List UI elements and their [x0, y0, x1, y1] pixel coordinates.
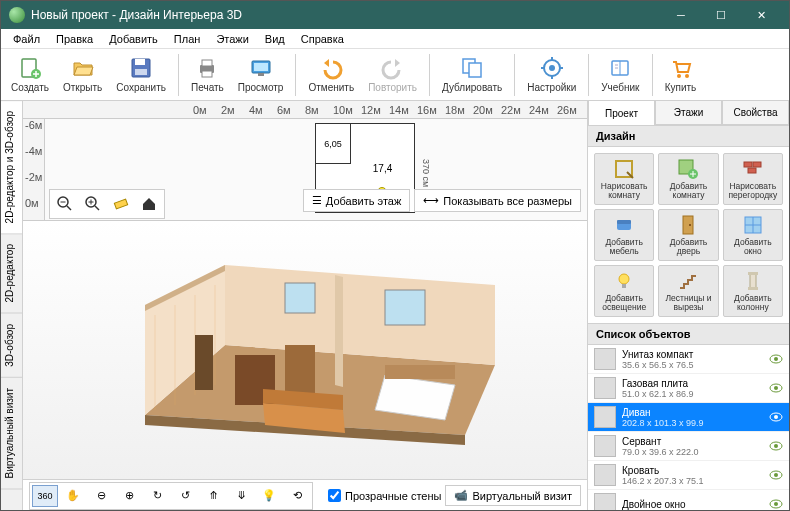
- design-add-light-button[interactable]: Добавитьосвещение: [594, 265, 654, 317]
- svg-rect-3: [135, 59, 145, 65]
- svg-rect-32: [114, 199, 127, 209]
- toolbar-tutorial-button[interactable]: Учебник: [595, 51, 645, 99]
- room-1[interactable]: 6,05: [316, 124, 351, 164]
- design-add-column-button[interactable]: Добавитьколонну: [723, 265, 783, 317]
- toolbar-undo-button[interactable]: Отменить: [302, 51, 360, 99]
- object-list[interactable]: Унитаз компакт35.6 x 56.5 x 76.5Газовая …: [588, 345, 789, 511]
- zoom-in-button[interactable]: [80, 192, 106, 216]
- visibility-icon[interactable]: [769, 410, 783, 424]
- canvas-3d[interactable]: [23, 221, 587, 479]
- show-dimensions-button[interactable]: ⟷ Показывать все размеры: [414, 189, 581, 212]
- toolbar-print-button[interactable]: Печать: [185, 51, 230, 99]
- visibility-icon[interactable]: [769, 497, 783, 511]
- virtual-visit-button[interactable]: 📹 Виртуальный визит: [445, 485, 581, 506]
- right-tab-Проект[interactable]: Проект: [588, 101, 655, 125]
- design-draw-room-button[interactable]: Нарисоватькомнату: [594, 153, 654, 205]
- toolbar: СоздатьОткрытьСохранитьПечатьПросмотрОтм…: [1, 49, 789, 101]
- toolbar-preview-button[interactable]: Просмотр: [232, 51, 290, 99]
- menu-Добавить[interactable]: Добавить: [101, 31, 166, 47]
- svg-point-75: [774, 415, 778, 419]
- home-button[interactable]: [136, 192, 162, 216]
- toolbar-redo-button: Повторить: [362, 51, 423, 99]
- visibility-icon[interactable]: [769, 381, 783, 395]
- toolbar-settings-button[interactable]: Настройки: [521, 51, 582, 99]
- toolbar-save-button[interactable]: Сохранить: [110, 51, 172, 99]
- menu-Вид[interactable]: Вид: [257, 31, 293, 47]
- svg-marker-38: [335, 275, 343, 387]
- toolbar-label: Открыть: [63, 82, 102, 93]
- toolbar-label: Просмотр: [238, 82, 284, 93]
- preview-icon: [249, 56, 273, 80]
- left-tab-3d[interactable]: 3D-обзор: [1, 314, 22, 378]
- svg-point-81: [774, 502, 778, 506]
- object-item[interactable]: Газовая плита51.0 x 62.1 x 86.9: [588, 374, 789, 403]
- ruler-vertical: -6м-4м-2м0м: [23, 119, 45, 220]
- rotate-button[interactable]: ↻: [144, 485, 170, 507]
- object-name: Диван: [622, 407, 763, 418]
- left-tab-2d3d[interactable]: 2D-редактор и 3D-обзор: [1, 101, 22, 234]
- design-add-window-button[interactable]: Добавитьокно: [723, 209, 783, 261]
- svg-point-23: [677, 74, 681, 78]
- close-button[interactable]: ✕: [741, 1, 781, 29]
- svg-rect-66: [622, 284, 626, 288]
- orbit-360-button[interactable]: 360: [32, 485, 58, 507]
- object-dimensions: 35.6 x 56.5 x 76.5: [622, 360, 763, 370]
- zoom-in-3d-button[interactable]: ⊕: [116, 485, 142, 507]
- svg-rect-49: [385, 290, 425, 325]
- zoom-out-button[interactable]: [52, 192, 78, 216]
- object-item[interactable]: Сервант79.0 x 39.6 x 222.0: [588, 432, 789, 461]
- zoom-out-3d-button[interactable]: ⊖: [88, 485, 114, 507]
- design-stairs-button[interactable]: Лестницы ивырезы: [658, 265, 718, 317]
- toolbar-buy-button[interactable]: Купить: [659, 51, 703, 99]
- tilt-down-button[interactable]: ⤋: [228, 485, 254, 507]
- canvas-area: 0м2м4м6м8м10м12м14м16м18м20м22м24м26м -6…: [23, 101, 587, 511]
- menu-Файл[interactable]: Файл: [5, 31, 48, 47]
- object-dimensions: 146.2 x 207.3 x 75.1: [622, 476, 763, 486]
- left-tab-2d[interactable]: 2D-редактор: [1, 234, 22, 314]
- transparent-walls-checkbox[interactable]: Прозрачные стены: [328, 489, 441, 502]
- right-tab-Свойства[interactable]: Свойства: [722, 101, 789, 125]
- dimension-label: 370 см: [421, 159, 431, 187]
- menu-Справка[interactable]: Справка: [293, 31, 352, 47]
- menu-План[interactable]: План: [166, 31, 209, 47]
- object-dimensions: 202.8 x 101.3 x 99.9: [622, 418, 763, 428]
- svg-rect-9: [254, 63, 268, 71]
- object-item[interactable]: Кровать146.2 x 207.3 x 75.1: [588, 461, 789, 490]
- svg-rect-56: [753, 162, 761, 167]
- maximize-button[interactable]: ☐: [701, 1, 741, 29]
- left-tab-virtual[interactable]: Виртуальный визит: [1, 378, 22, 490]
- visibility-icon[interactable]: [769, 439, 783, 453]
- object-item[interactable]: Диван202.8 x 101.3 x 99.9: [588, 403, 789, 432]
- toolbar-create-button[interactable]: Создать: [5, 51, 55, 99]
- visibility-icon[interactable]: [769, 468, 783, 482]
- ruler-button[interactable]: [108, 192, 134, 216]
- reset-view-button[interactable]: ⟲: [284, 485, 310, 507]
- tilt-up-button[interactable]: ⤊: [200, 485, 226, 507]
- transparent-walls-label: Прозрачные стены: [345, 490, 441, 502]
- minimize-button[interactable]: ─: [661, 1, 701, 29]
- toolbar-duplicate-button[interactable]: Дублировать: [436, 51, 508, 99]
- design-add-room-button[interactable]: Добавитькомнату: [658, 153, 718, 205]
- menu-Этажи[interactable]: Этажи: [208, 31, 256, 47]
- pan-button[interactable]: ✋: [60, 485, 86, 507]
- design-add-furn-button[interactable]: Добавитьмебель: [594, 209, 654, 261]
- tutorial-icon: [608, 56, 632, 80]
- toolbar-label: Отменить: [308, 82, 354, 93]
- add-floor-button[interactable]: ☰ Добавить этаж: [303, 189, 410, 212]
- svg-rect-50: [285, 283, 315, 313]
- menu-Правка[interactable]: Правка: [48, 31, 101, 47]
- svg-point-77: [774, 444, 778, 448]
- object-item[interactable]: Двойное окно: [588, 490, 789, 511]
- right-tab-Этажи[interactable]: Этажи: [655, 101, 722, 125]
- toolbar-open-button[interactable]: Открыть: [57, 51, 108, 99]
- design-label: Добавитьдверь: [670, 238, 708, 257]
- design-add-door-button[interactable]: Добавитьдверь: [658, 209, 718, 261]
- visibility-icon[interactable]: [769, 352, 783, 366]
- right-panel: ПроектЭтажиСвойства Дизайн Нарисоватьком…: [587, 101, 789, 511]
- svg-rect-10: [258, 73, 264, 76]
- transparent-walls-input[interactable]: [328, 489, 341, 502]
- rotate-ccw-button[interactable]: ↺: [172, 485, 198, 507]
- object-item[interactable]: Унитаз компакт35.6 x 56.5 x 76.5: [588, 345, 789, 374]
- design-draw-wall-button[interactable]: Нарисоватьперегородку: [723, 153, 783, 205]
- light-button[interactable]: 💡: [256, 485, 282, 507]
